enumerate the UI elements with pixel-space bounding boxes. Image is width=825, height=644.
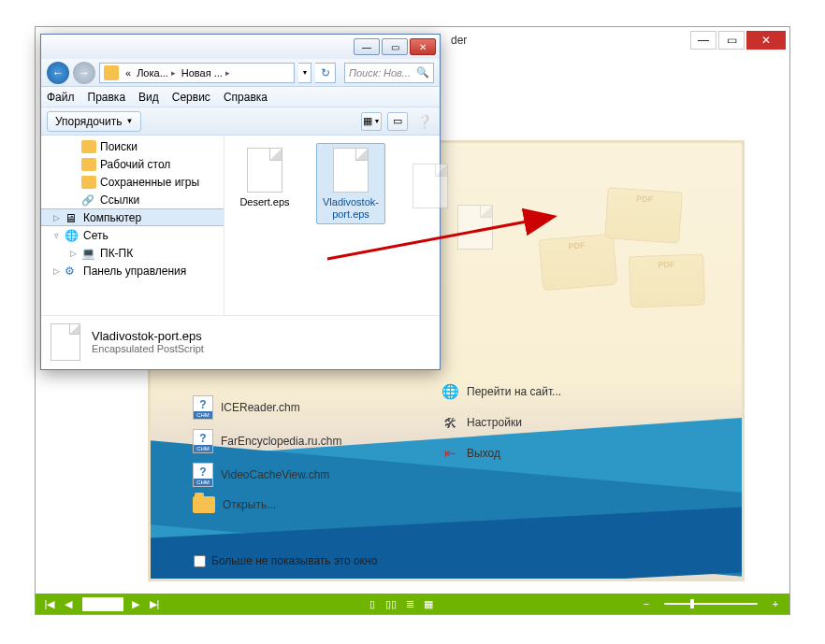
- breadcrumb-segment[interactable]: Новая ...▸: [179, 67, 233, 79]
- close-button[interactable]: ✕: [746, 31, 786, 50]
- chm-icon: [193, 429, 213, 453]
- nav-forward-button[interactable]: →: [73, 62, 95, 84]
- chm-icon: [193, 395, 213, 420]
- details-file-type: Encapsulated PostScript: [92, 343, 204, 354]
- organize-label: Упорядочить: [55, 115, 122, 128]
- preview-pane-button[interactable]: ▭: [387, 112, 408, 131]
- pdf-books-art: [573, 180, 714, 293]
- explorer-commandbar: Упорядочить ▼ ▦▼ ▭ ❔: [41, 107, 440, 136]
- zoom-slider[interactable]: [664, 603, 758, 605]
- search-icon: 🔍: [416, 66, 429, 79]
- recent-item-label: VideoCacheView.chm: [221, 468, 329, 481]
- menu-view[interactable]: Вид: [138, 91, 159, 104]
- nav-back-button[interactable]: ←: [47, 62, 69, 84]
- nav-tree[interactable]: Поиски Рабочий стол Сохраненные игры Ссы…: [41, 136, 224, 315]
- tree-node-links[interactable]: Ссылки: [41, 191, 224, 208]
- tree-node-search[interactable]: Поиски: [41, 137, 224, 155]
- open-label: Открыть...: [223, 498, 276, 511]
- gear-icon: 🛠: [441, 413, 459, 432]
- details-file-name: Vladivostok-port.eps: [92, 329, 204, 343]
- maximize-button[interactable]: ▭: [382, 38, 408, 55]
- folder-icon: [104, 65, 119, 80]
- view-mode-button[interactable]: ▦▼: [361, 112, 382, 131]
- action-website[interactable]: 🌐 Перейти на сайт...: [441, 382, 561, 401]
- recent-files-list: ICEReader.chm FarEncyclopedia.ru.chm Vid…: [193, 395, 341, 513]
- actions-list: 🌐 Перейти на сайт... 🛠 Настройки ⇤ Выход: [441, 382, 561, 463]
- layout-double-button[interactable]: ▯▯: [383, 596, 399, 611]
- breadcrumb-overflow[interactable]: «: [123, 67, 134, 79]
- tree-node-network[interactable]: ▿Сеть: [41, 226, 224, 244]
- action-settings[interactable]: 🛠 Настройки: [441, 413, 561, 432]
- recent-item-icereader[interactable]: ICEReader.chm: [193, 395, 341, 420]
- tree-node-control-panel[interactable]: ▷Панель управления: [41, 262, 224, 279]
- minimize-button[interactable]: —: [690, 31, 716, 50]
- tree-node-desktop[interactable]: Рабочий стол: [41, 155, 224, 173]
- open-file-item[interactable]: Открыть...: [193, 496, 341, 513]
- action-label: Перейти на сайт...: [467, 385, 561, 398]
- next-page-button[interactable]: ▶: [127, 596, 144, 611]
- menu-edit[interactable]: Правка: [88, 91, 126, 104]
- action-exit[interactable]: ⇤ Выход: [441, 444, 561, 463]
- minimize-button[interactable]: —: [354, 38, 380, 55]
- explorer-menubar: Файл Правка Вид Сервис Справка: [41, 87, 440, 107]
- zoom-out-button[interactable]: −: [638, 596, 655, 611]
- explorer-window: — ▭ ✕ ← → « Лока...▸ Новая ...▸ ▾ ↻ Поис…: [40, 34, 441, 370]
- prev-page-button[interactable]: ◀: [60, 596, 77, 611]
- search-input[interactable]: Поиск: Нов... 🔍: [344, 63, 434, 83]
- details-pane: Vladivostok-port.eps Encapsulated PostSc…: [41, 315, 440, 367]
- first-page-button[interactable]: |◀: [41, 596, 58, 611]
- chevron-down-icon: ▼: [125, 117, 133, 125]
- file-item-desert[interactable]: Desert.eps: [230, 143, 299, 224]
- reader-toolbar: |◀ ◀ ▶ ▶| ▯ ▯▯ ≣ ▦ − +: [36, 594, 789, 614]
- layout-single-button[interactable]: ▯: [364, 596, 381, 611]
- tree-node-savedgames[interactable]: Сохраненные игры: [41, 173, 224, 191]
- zoom-in-button[interactable]: +: [767, 596, 784, 611]
- globe-icon: 🌐: [441, 382, 459, 401]
- dont-show-checkbox-row[interactable]: Больше не показывать это окно: [194, 554, 377, 567]
- file-label: Desert.eps: [239, 196, 289, 208]
- layout-grid-button[interactable]: ▦: [420, 596, 437, 611]
- dont-show-label: Больше не показывать это окно: [211, 554, 377, 567]
- explorer-body: Поиски Рабочий стол Сохраненные игры Ссы…: [41, 136, 440, 315]
- last-page-button[interactable]: ▶|: [146, 596, 163, 611]
- file-label: Vladivostok-port.eps: [319, 196, 383, 220]
- file-icon: [247, 148, 282, 193]
- menu-file[interactable]: Файл: [47, 91, 75, 104]
- chm-icon: [193, 463, 213, 487]
- breadcrumb-segment[interactable]: Лока...▸: [134, 67, 179, 79]
- explorer-navbar: ← → « Лока...▸ Новая ...▸ ▾ ↻ Поиск: Нов…: [41, 59, 440, 87]
- explorer-titlebar: — ▭ ✕: [41, 35, 440, 59]
- dont-show-checkbox[interactable]: [194, 555, 206, 567]
- recent-item-label: ICEReader.chm: [221, 401, 300, 414]
- help-button[interactable]: ❔: [413, 112, 434, 131]
- menu-tools[interactable]: Сервис: [172, 91, 210, 104]
- file-item-vladivostok[interactable]: Vladivostok-port.eps: [316, 143, 385, 224]
- action-label: Выход: [467, 447, 500, 460]
- tree-node-computer[interactable]: ▷Компьютер: [41, 208, 224, 226]
- layout-continuous-button[interactable]: ≣: [401, 596, 418, 611]
- close-button[interactable]: ✕: [410, 38, 436, 55]
- menu-help[interactable]: Справка: [224, 91, 268, 104]
- page-number-input[interactable]: [82, 597, 123, 611]
- organize-button[interactable]: Упорядочить ▼: [47, 111, 141, 132]
- recent-item-farencyclopedia[interactable]: FarEncyclopedia.ru.chm: [193, 429, 341, 453]
- file-icon: [333, 148, 369, 193]
- folder-open-icon: [193, 496, 215, 513]
- exit-icon: ⇤: [441, 444, 459, 463]
- recent-item-videocacheview[interactable]: VideoCacheView.chm: [193, 463, 341, 487]
- addr-dropdown-button[interactable]: ▾: [298, 63, 311, 83]
- action-label: Настройки: [467, 416, 522, 429]
- tree-node-pcpc[interactable]: ▷ПК-ПК: [41, 244, 224, 262]
- reader-window-controls: — ▭ ✕: [688, 31, 786, 50]
- address-bar[interactable]: « Лока...▸ Новая ...▸: [99, 63, 295, 83]
- recent-item-label: FarEncyclopedia.ru.chm: [221, 435, 341, 448]
- search-placeholder: Поиск: Нов...: [349, 67, 411, 79]
- refresh-button[interactable]: ↻: [315, 63, 336, 83]
- maximize-button[interactable]: ▭: [718, 31, 745, 50]
- details-file-icon: [51, 323, 80, 361]
- file-list[interactable]: Desert.eps Vladivostok-port.eps: [224, 136, 440, 315]
